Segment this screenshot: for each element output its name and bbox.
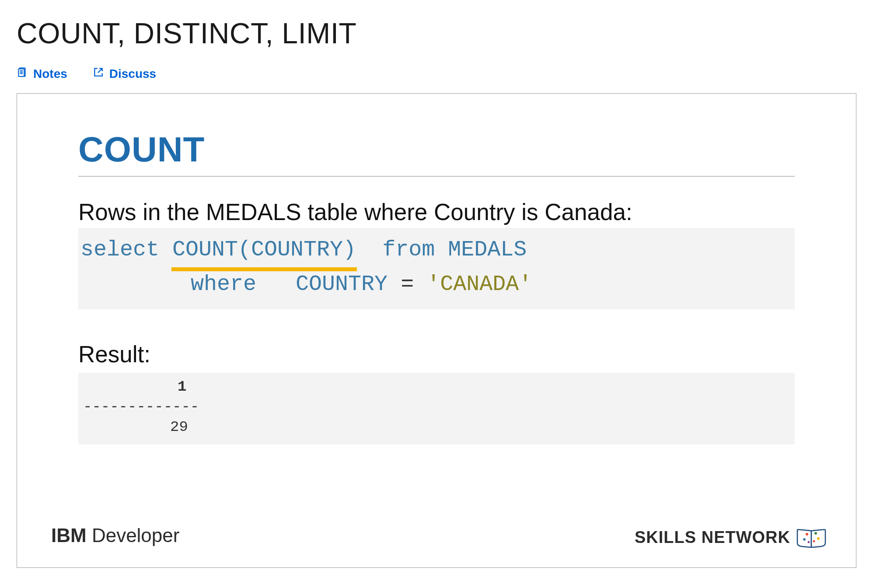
- external-link-icon: [93, 66, 104, 81]
- sql-block: select COUNT(COUNTRY) from MEDALS where …: [78, 228, 795, 309]
- sql-from-keyword: from: [382, 232, 435, 267]
- result-value: 29: [80, 417, 793, 438]
- sql-column-name: COUNTRY: [296, 272, 388, 297]
- svg-point-11: [808, 541, 810, 543]
- action-links: Notes Discuss: [17, 66, 856, 81]
- result-block: 1 ------------- 29: [78, 373, 795, 444]
- sql-line-2: where COUNTRY = 'CANADA': [80, 267, 793, 301]
- result-label: Result:: [78, 341, 795, 368]
- footer-brand-developer: Developer: [87, 525, 180, 546]
- sql-equals-operator: =: [401, 272, 414, 297]
- sql-string-literal: 'CANADA': [427, 272, 532, 297]
- result-divider: -------------: [80, 397, 793, 417]
- svg-point-9: [803, 538, 806, 541]
- sql-count-expression: COUNT(COUNTRY): [172, 232, 356, 267]
- sql-select-keyword: select: [80, 232, 159, 267]
- result-column-header: 1: [80, 377, 793, 397]
- svg-point-6: [806, 533, 808, 536]
- svg-point-7: [814, 532, 817, 535]
- svg-line-5: [98, 68, 102, 73]
- footer-brand-left: IBM Developer: [51, 525, 179, 546]
- slide-heading: COUNT: [78, 130, 795, 177]
- notes-label: Notes: [33, 67, 67, 81]
- svg-point-8: [817, 537, 820, 540]
- slide-description: Rows in the MEDALS table where Country i…: [78, 199, 795, 225]
- notes-link[interactable]: Notes: [17, 66, 67, 81]
- page-title: COUNT, DISTINCT, LIMIT: [17, 17, 856, 50]
- sql-table-name: MEDALS: [448, 232, 527, 267]
- notes-icon: [17, 66, 28, 81]
- skills-network-icon: [796, 526, 826, 548]
- footer-brand-ibm: IBM: [51, 525, 87, 546]
- skills-network-label: SKILLS NETWORK: [635, 528, 790, 547]
- svg-rect-1: [18, 69, 24, 76]
- slide-container: COUNT Rows in the MEDALS table where Cou…: [17, 93, 856, 568]
- sql-where-keyword: where: [191, 272, 256, 297]
- sql-line-1: select COUNT(COUNTRY) from MEDALS: [80, 232, 793, 267]
- svg-point-10: [813, 540, 815, 542]
- footer-brand-right: SKILLS NETWORK: [635, 526, 826, 548]
- discuss-label: Discuss: [109, 67, 156, 81]
- discuss-link[interactable]: Discuss: [93, 66, 156, 81]
